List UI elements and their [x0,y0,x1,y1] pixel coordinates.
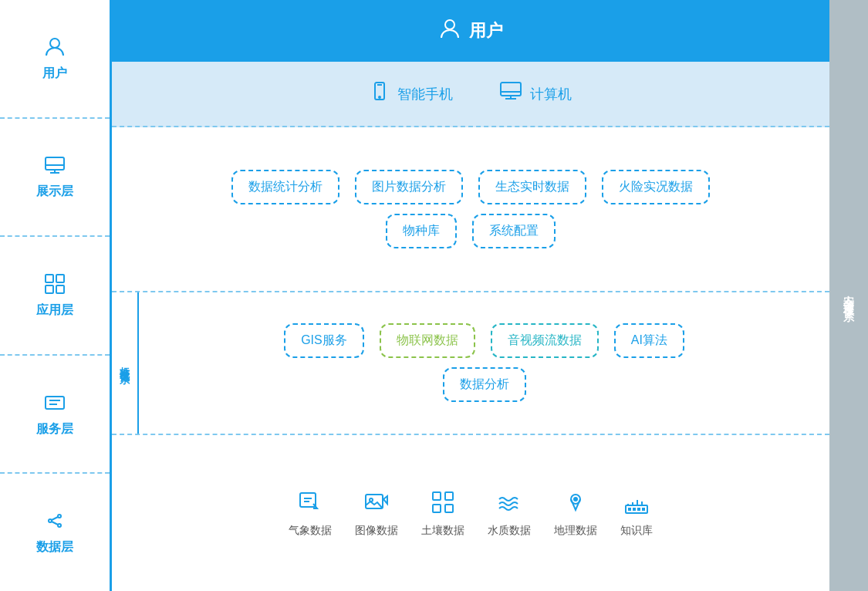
data-item-image: 图像数据 [355,488,398,538]
image-icon [363,488,390,519]
standards-col: 标准规范体系 [112,292,139,433]
sidebar-user-label: 用户 [42,66,67,82]
display-icon [43,154,66,180]
service-inner: GIS服务 物联网数据 音视频流数据 AI算法 数据分析 [139,292,829,433]
service-item-5: 数据分析 [443,367,526,402]
svg-point-0 [50,39,59,48]
app-item-5: 物种库 [386,214,457,248]
knowledge-label: 知识库 [620,524,653,538]
svg-rect-39 [637,508,640,511]
sidebar-display-label: 展示层 [36,184,73,200]
soil-icon [429,488,457,519]
service-outer: 标准规范体系 GIS服务 物联网数据 音视频流数据 AI算法 数据分析 [112,292,829,434]
service-item-4: AI算法 [614,323,684,358]
user-row-icon [438,17,461,46]
svg-rect-7 [46,285,53,293]
service-item-1: GIS服务 [284,323,364,358]
data-item-water: 水质数据 [488,488,531,538]
svg-line-16 [52,522,58,525]
image-label: 图像数据 [355,524,398,538]
svg-rect-38 [633,508,636,511]
svg-rect-32 [433,505,441,512]
app-row-2: 物种库 系统配置 [386,214,556,248]
svg-point-35 [574,498,577,501]
sidebar-user: 用户 [0,0,110,119]
data-item-knowledge: 知识库 [620,488,653,538]
smartphone-item: 智能手机 [370,81,453,106]
svg-line-15 [52,517,58,520]
standards-label: 标准规范体系 [118,358,132,367]
service-item-3: 音视频流数据 [491,323,599,358]
main-container: 用户 展示层 [0,0,868,591]
svg-rect-9 [46,397,64,409]
service-row-2: 数据分析 [443,367,526,402]
svg-rect-5 [46,275,53,282]
user-row: 用户 [112,0,829,62]
svg-point-12 [49,519,52,522]
water-label: 水质数据 [488,524,531,538]
app-item-3: 生态实时数据 [478,170,586,204]
smartphone-label: 智能手机 [397,85,453,103]
sidebar-app-label: 应用层 [36,302,73,319]
svg-point-19 [379,96,380,98]
app-item-4: 火险实况数据 [602,170,710,204]
sidebar-service-label: 服务层 [36,421,73,437]
sidebar-data: 数据层 [0,474,110,591]
service-row-1: GIS服务 物联网数据 音视频流数据 AI算法 [284,323,684,358]
svg-rect-30 [433,492,441,500]
data-item-soil: 土壤数据 [421,488,464,538]
weather-icon [296,488,324,519]
water-icon [495,488,523,519]
sidebar-service: 服务层 [0,356,110,474]
knowledge-icon [623,488,650,519]
data-layer-row: 气象数据 图像数据 [112,435,829,591]
user-icon [43,35,66,62]
geo-label: 地理数据 [554,524,597,538]
service-item-2: 物联网数据 [380,323,475,358]
service-icon [43,391,66,417]
user-row-label: 用户 [469,19,503,42]
data-item-geo: 地理数据 [554,488,597,538]
display-layer-row: 智能手机 计算机 [112,62,829,127]
computer-icon [499,81,522,106]
svg-rect-31 [445,492,453,500]
weather-label: 气象数据 [289,524,332,538]
svg-rect-8 [56,285,64,293]
sidebar-app: 应用层 [0,237,110,356]
svg-rect-6 [56,275,64,282]
data-icon [43,509,66,535]
sidebar-display: 展示层 [0,119,110,238]
svg-rect-37 [628,508,631,511]
soil-label: 土壤数据 [421,524,464,538]
svg-rect-1 [46,157,64,170]
left-sidebar: 用户 展示层 [0,0,112,591]
app-item-6: 系统配置 [472,214,556,248]
geo-icon [562,488,589,519]
app-item-2: 图片数据分析 [355,170,463,204]
phone-icon [370,81,390,106]
app-row-1: 数据统计分析 图片数据分析 生态实时数据 火险实况数据 [231,170,710,204]
svg-rect-21 [501,83,521,96]
right-sidebar: 安全管理体系 [829,0,868,591]
apps-icon [43,272,66,299]
app-layer-row: 数据统计分析 图片数据分析 生态实时数据 火险实况数据 物种库 系统配置 [112,127,829,292]
center-area: 用户 智能手机 [112,0,829,591]
svg-point-17 [445,20,454,29]
sidebar-data-label: 数据层 [36,539,73,556]
computer-label: 计算机 [530,85,572,103]
svg-rect-40 [642,508,645,511]
computer-item: 计算机 [499,81,572,106]
svg-point-13 [58,515,61,518]
right-sidebar-label: 安全管理体系 [842,286,856,305]
svg-point-14 [58,524,61,527]
app-item-1: 数据统计分析 [231,170,339,204]
svg-rect-33 [445,505,453,512]
data-icons-row: 气象数据 图像数据 [289,488,653,538]
data-item-weather: 气象数据 [289,488,332,538]
